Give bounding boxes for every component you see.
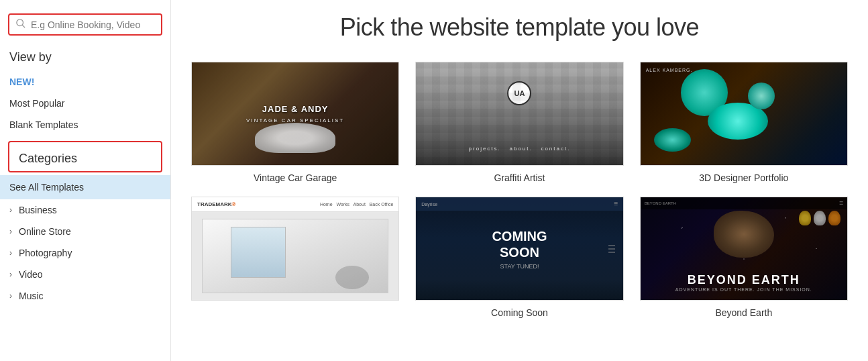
sidebar-item-most-popular[interactable]: Most Popular — [0, 93, 170, 114]
sidebar-item-new[interactable]: NEW! — [0, 71, 170, 93]
template-card-graffiti-artist[interactable]: UA projects. about. contact. Graffiti Ar… — [415, 62, 623, 183]
template-thumb-graffiti: UA projects. about. contact. — [415, 62, 623, 166]
sidebar-item-online-store[interactable]: › Online Store — [0, 221, 170, 242]
chevron-right-icon: › — [9, 248, 12, 258]
template-name-coming-soon: Coming Soon — [491, 307, 548, 318]
template-name-3d: 3D Designer Portfolio — [699, 172, 788, 183]
chevron-right-icon: › — [9, 227, 12, 236]
sidebar-item-business[interactable]: › Business — [0, 199, 170, 221]
sidebar: View by NEW! Most Popular Blank Template… — [0, 0, 171, 361]
chevron-right-icon: › — [9, 270, 12, 279]
sidebar-item-video[interactable]: › Video — [0, 264, 170, 285]
template-thumb-coming-soon: Dayrise ☰ COMINGSOON STAY TUNED! — [415, 197, 623, 301]
template-thumb-3d: ALEX KAMBERG. — [640, 62, 848, 166]
template-card-coming-soon[interactable]: Dayrise ☰ COMINGSOON STAY TUNED! Coming … — [415, 197, 623, 318]
template-card-trademark[interactable]: TRADEMARK® Home Works About Back Office — [191, 197, 399, 318]
templates-grid: JADE & ANDY VINTAGE CAR SPECIALIST Vinta… — [191, 62, 848, 318]
chevron-right-icon: › — [9, 205, 12, 215]
page-title: Pick the website template you love — [191, 13, 848, 42]
vintage-overlay-text: JADE & ANDY VINTAGE CAR SPECIALIST — [246, 104, 344, 124]
search-box[interactable] — [8, 13, 162, 36]
search-icon — [16, 19, 25, 30]
categories-label: Categories — [8, 141, 162, 172]
template-name-vintage: Vintage Car Garage — [254, 172, 337, 183]
template-card-vintage-car-garage[interactable]: JADE & ANDY VINTAGE CAR SPECIALIST Vinta… — [191, 62, 399, 183]
sidebar-item-photography[interactable]: › Photography — [0, 242, 170, 264]
view-by-label: View by — [0, 46, 170, 71]
template-thumb-trademark: TRADEMARK® Home Works About Back Office — [191, 197, 399, 301]
template-name-graffiti: Graffiti Artist — [494, 172, 545, 183]
template-name-beyond-earth: Beyond Earth — [715, 307, 772, 318]
see-all-templates-button[interactable]: See All Templates — [0, 175, 170, 199]
template-card-beyond-earth[interactable]: BEYOND EARTH ☰ BEYOND EARTH ADVENTURE IS… — [640, 197, 848, 318]
template-card-3d-portfolio[interactable]: ALEX KAMBERG. 3D Designer Portfolio — [640, 62, 848, 183]
svg-line-1 — [22, 25, 25, 28]
search-input[interactable] — [31, 19, 154, 30]
sidebar-item-music[interactable]: › Music — [0, 285, 170, 307]
sidebar-item-blank-templates[interactable]: Blank Templates — [0, 114, 170, 136]
main-content: Pick the website template you love JADE … — [171, 0, 868, 361]
template-thumb-vintage: JADE & ANDY VINTAGE CAR SPECIALIST — [191, 62, 399, 166]
chevron-right-icon: › — [9, 291, 12, 301]
template-thumb-beyond-earth: BEYOND EARTH ☰ BEYOND EARTH ADVENTURE IS… — [640, 197, 848, 301]
coming-soon-text: COMINGSOON — [492, 228, 547, 260]
